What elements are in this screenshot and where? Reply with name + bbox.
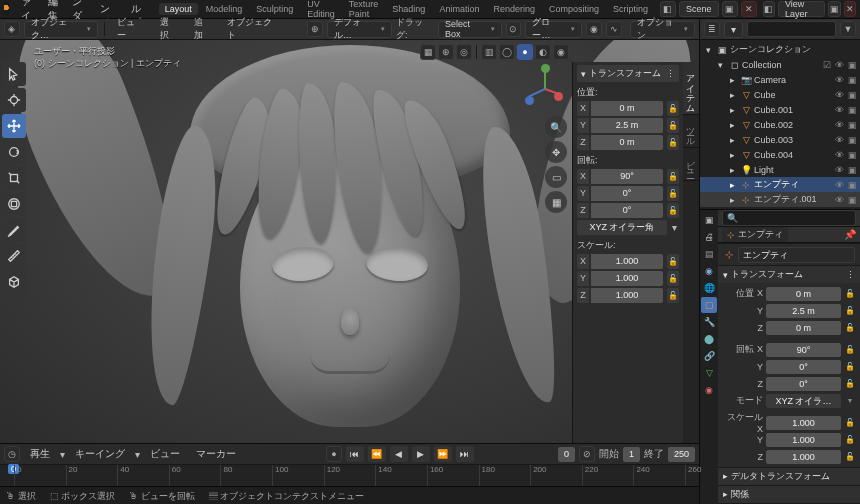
np-tab-tool[interactable]: ツール [683,115,699,148]
snap-toggle-icon[interactable]: ⊙ [506,21,522,37]
ptab-scene[interactable]: ◉ [701,263,717,279]
props-crumb[interactable]: ⊹エンプティ [722,227,788,242]
pp-scale-x[interactable]: 1.000 [766,416,841,430]
tl-play-rev[interactable]: ◀ [390,446,408,462]
shade-render-icon[interactable]: ◉ [553,44,569,60]
shade-wire-icon[interactable]: ◯ [499,44,515,60]
tool-cursor[interactable] [2,88,26,112]
selectability-icon[interactable]: ▦ [420,44,436,60]
pp-pos-x[interactable]: 0 m [766,287,841,301]
options-popover[interactable]: オプション▾ [630,21,695,38]
np-rotmode[interactable]: XYZ オイラー角 [577,220,667,235]
lock-icon[interactable]: 🔓 [667,271,679,286]
tree-item-エンプティ[interactable]: ▸⊹エンプティ👁▣ [700,177,860,192]
outliner-type-icon[interactable]: ≣ [704,21,720,37]
np-pos-z[interactable]: 0 m [591,135,663,150]
tool-transform[interactable] [2,192,26,216]
pp-rotmode[interactable]: XYZ オイラ… [766,394,841,408]
np-tab-item[interactable]: アイテム [683,62,699,115]
orientation-icon[interactable]: ⊕ [307,21,323,37]
vp-menu-view[interactable]: ビュー [111,15,150,43]
ws-shading[interactable]: Shading [386,3,431,15]
drag-select[interactable]: Select Box▾ [438,21,501,38]
shade-matprev-icon[interactable]: ◐ [535,44,551,60]
tool-scale[interactable] [2,166,26,190]
tree-item-Cube[interactable]: ▸▽Cube👁▣ [700,87,860,102]
tree-scene-coll[interactable]: ▾▣シーンコレクション [700,42,860,57]
object-name-field[interactable]: エンプティ [738,247,855,263]
props-search[interactable]: 🔍 [722,210,856,226]
editor-type-icon[interactable]: ◈ [4,21,20,37]
ws-anim[interactable]: Animation [433,3,485,15]
tl-menu-view[interactable]: ビュー [144,446,186,462]
pp-scale-y[interactable]: 1.000 [766,433,841,447]
outliner-search[interactable] [747,21,836,37]
tree-item-Cube.002[interactable]: ▸▽Cube.002👁▣ [700,117,860,132]
propedit-type-icon[interactable]: ∿ [606,21,622,37]
zoom-icon[interactable]: 🔍 [545,116,567,138]
tl-current[interactable]: 0 [558,447,575,462]
tree-item-Camera[interactable]: ▸📷Camera👁▣ [700,72,860,87]
tool-rotate[interactable] [2,140,26,164]
pp-rot-z[interactable]: 0° [766,377,841,391]
np-scale-y[interactable]: 1.000 [591,271,663,286]
tree-item-エンプティ.001[interactable]: ▸⊹エンプティ.001👁▣ [700,192,860,207]
scene-name[interactable]: Scene [679,1,719,17]
tl-jump-start[interactable]: ⏮ [346,446,364,462]
np-scale-x[interactable]: 1.000 [591,254,663,269]
layer-del-icon[interactable]: ✕ [844,1,856,17]
pp-pos-z[interactable]: 0 m [766,321,841,335]
np-rot-x[interactable]: 90° [591,169,663,184]
lock-icon[interactable]: 🔓 [667,169,679,184]
sec-collapsed[interactable]: ▸ 関係 [718,486,860,503]
lock-icon[interactable]: 🔓 [667,288,679,303]
pp-rot-x[interactable]: 90° [766,343,841,357]
lock-icon[interactable]: 🔓 [667,135,679,150]
ptab-world[interactable]: 🌐 [701,280,717,296]
overlay-toggle-icon[interactable]: ◎ [456,44,472,60]
ptab-data[interactable]: ▽ [701,365,717,381]
snap-select[interactable]: グロー…▾ [525,21,582,38]
tl-start[interactable]: 1 [623,447,640,462]
ptab-render[interactable]: ▣ [701,212,717,228]
xray-icon[interactable]: ▥ [481,44,497,60]
np-pos-y[interactable]: 2.5 m [591,118,663,133]
timeline-track[interactable]: 0 020406080100120140160180200220240260 [0,465,699,486]
tree-item-Light[interactable]: ▸💡Light👁▣ [700,162,860,177]
pp-pos-y[interactable]: 2.5 m [766,304,841,318]
tree-collection[interactable]: ▾◻Collection☑👁▣ [700,57,860,72]
lock-icon[interactable]: 🔓 [667,118,679,133]
layer-name[interactable]: View Layer [778,1,825,17]
ws-comp[interactable]: Compositing [543,3,605,15]
tl-menu-keying[interactable]: キーイング [69,446,131,462]
tool-annotate[interactable] [2,218,26,242]
vp-menu-select[interactable]: 選択 [154,15,184,43]
lock-icon[interactable]: 🔓 [667,254,679,269]
np-rot-y[interactable]: 0° [591,186,663,201]
np-rot-z[interactable]: 0° [591,203,663,218]
tree-item-Cube.004[interactable]: ▸▽Cube.004👁▣ [700,147,860,162]
tree-item-Cube.001[interactable]: ▸▽Cube.001👁▣ [700,102,860,117]
ws-render[interactable]: Rendering [487,3,541,15]
vp-menu-object[interactable]: オブジェクト [221,15,286,43]
ptab-physics[interactable]: ⬤ [701,331,717,347]
persp-ortho-icon[interactable]: ▦ [545,191,567,213]
ptab-object[interactable]: ▢ [701,297,717,313]
layer-browse-icon[interactable]: ◧ [763,1,775,17]
viewport-3d[interactable]: ユーザー・平行投影 (0) シーンコレクション | エンプティ [0,40,699,443]
scene-browse-icon[interactable]: ◧ [660,1,676,17]
tool-move[interactable] [2,114,26,138]
tool-addcube[interactable] [2,270,26,294]
np-scale-z[interactable]: 1.000 [591,288,663,303]
ptab-modifier[interactable]: 🔧 [701,314,717,330]
ws-sculpting[interactable]: Sculpting [250,3,299,15]
ptab-viewlayer[interactable]: ▤ [701,246,717,262]
tl-jump-end[interactable]: ⏭ [456,446,474,462]
ws-script[interactable]: Scripting [607,3,654,15]
tl-keyprev[interactable]: ⏪ [368,446,386,462]
tl-menu-play[interactable]: 再生 [24,446,56,462]
scene-new-icon[interactable]: ▣ [722,1,738,17]
tl-editor-icon[interactable]: ◷ [4,446,20,462]
tl-autokey-icon[interactable]: ● [326,446,342,462]
tl-play[interactable]: ▶ [412,446,430,462]
